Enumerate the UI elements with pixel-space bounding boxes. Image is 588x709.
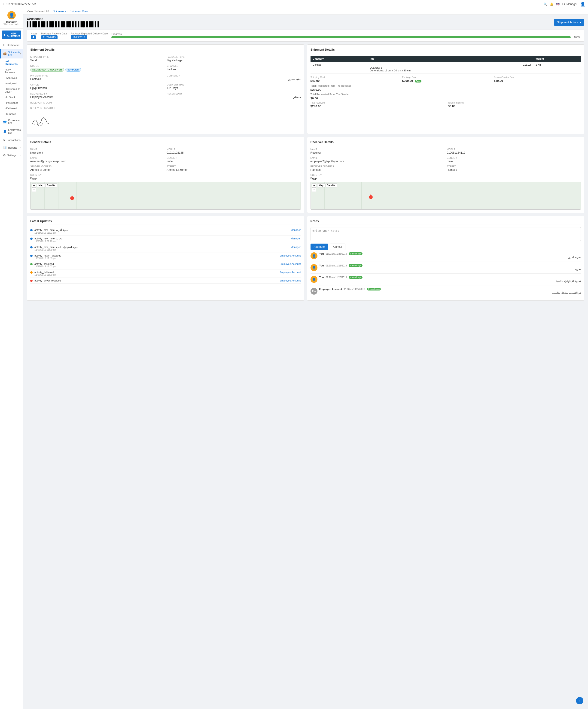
update-datetime-5: 11/27/2019 11:00 pm: [34, 273, 278, 276]
package-details-table: Category Info Weight Clothes قماشات Quan…: [311, 56, 581, 74]
sidebar-item-transactions[interactable]: $ Transactions: [0, 136, 23, 144]
status-badge-delivered: DELIVERED TO RECEIVER: [30, 68, 64, 72]
map-zoom-out[interactable]: −: [32, 188, 36, 192]
sidebar-sub-new-requests[interactable]: New Requests: [0, 67, 23, 75]
main-layout: 👤 Manager Welcome back, ＋ NEW SHIPMENT ⊞…: [0, 8, 588, 709]
update-activity-5: activity_delivered: [34, 271, 278, 273]
sidebar-shipments-label: Shipments List: [8, 51, 20, 56]
receiver-map-zoom-in[interactable]: +: [312, 183, 316, 188]
progress-percent: 100%: [574, 36, 580, 38]
update-dot-2: [30, 246, 33, 248]
notes-badge: 4: [31, 35, 36, 39]
sidebar-item-dashboard[interactable]: ⊞ Dashboard: [0, 41, 23, 49]
back-arrow[interactable]: ‹: [3, 2, 4, 6]
sender-street-value: Ahmed El-Zomor: [167, 168, 301, 172]
sidebar-sub-in-stock[interactable]: In Stock: [0, 95, 23, 100]
shipping-cost: Shipping Cost $40.00: [311, 76, 398, 82]
table-header-row: Category Info Weight: [311, 56, 581, 62]
note-time-1: 01:20am 11/28/2019: [325, 264, 347, 267]
sidebar-sub-delivered-to-driver[interactable]: Delivered To Driver: [0, 86, 23, 95]
shipment-details-panel: Shipment Details Shipment Type Send Pack…: [27, 44, 304, 134]
status-badge-supplied: SUPPLIED: [65, 68, 81, 72]
receiver-map-zoom-controls: + −: [312, 183, 316, 192]
update-item-0: activity_new_note: تجربة آخرى 11/28/2019…: [30, 227, 301, 236]
sidebar-nav: ⊞ Dashboard 📦 Shipments List ▾ All Shipm…: [0, 41, 23, 709]
settings-icon: ⚙: [3, 153, 6, 157]
payment-label: Payment Type: [30, 74, 164, 77]
receiver-mobile-label: Mobile: [447, 148, 581, 151]
map-zoom-in[interactable]: +: [32, 183, 36, 188]
note-content-2: You 01:20am 11/28/2019 1 month ago تجربة…: [319, 276, 581, 283]
map-tab-satellite[interactable]: Satellite: [45, 183, 57, 187]
breadcrumb-shipments-link[interactable]: Shipments: [53, 10, 66, 13]
note-avatar-0: 👤: [311, 252, 317, 259]
notes-panel: Notes Add note Cancel 👤 You 01:21am 11/2…: [307, 216, 585, 301]
map-tab-map[interactable]: Map: [37, 183, 45, 187]
update-text-0: activity_new_note: تجربة آخرى 11/28/2019…: [34, 229, 289, 234]
sender-name-label: Name: [30, 148, 164, 151]
shipments-icon: 📦: [3, 52, 7, 55]
notification-icon[interactable]: 🔔: [550, 3, 553, 6]
receiver-street-label: Street: [447, 165, 581, 168]
sender-name-value: New client: [30, 151, 164, 154]
note-meta-0: You 01:21am 11/28/2019 1 month ago: [319, 252, 581, 255]
search-icon[interactable]: 🔍: [544, 3, 547, 6]
sidebar-welcome: Welcome back,: [3, 23, 19, 26]
sidebar-sub-assigned[interactable]: Assigned: [0, 81, 23, 86]
shipping-cost-label: Shipping Cost: [311, 76, 398, 79]
user-avatar-icon[interactable]: 👤: [580, 2, 585, 7]
scroll-to-top-button[interactable]: ↑: [576, 697, 583, 704]
sidebar-sub-supplied[interactable]: Supplied: [0, 111, 23, 117]
topbar: ‹ 01/09/2020 04:22:50 AM 🔍 🔔 🇬🇧 Hi, Mana…: [0, 0, 588, 8]
note-author-1: You: [319, 264, 324, 267]
update-activity-4: activity_assigned: [34, 263, 278, 265]
field-sender-street: Street Ahmed El-Zomor: [167, 165, 301, 172]
sidebar-item-reports[interactable]: 📊 Reports ›: [0, 144, 23, 151]
update-item-2: activity_new_note: تجربة الإظهارات المية…: [30, 244, 301, 253]
sidebar-sub-all-shipments[interactable]: All Shipments: [0, 58, 23, 67]
sidebar-item-shipments[interactable]: 📦 Shipments List ▾: [0, 49, 23, 58]
sidebar-sub-delivered[interactable]: Delivered: [0, 106, 23, 111]
sender-panel: Sender Details Name New client Mobile 01…: [27, 137, 304, 213]
receiver-map: + − Map Satellite: [311, 182, 581, 210]
cancel-note-button[interactable]: Cancel: [330, 243, 345, 250]
receiver-map-zoom-out[interactable]: −: [312, 188, 316, 192]
field-sender-email: Email newclient@cargoproapp.com: [30, 157, 164, 163]
add-note-button[interactable]: Add note: [311, 243, 328, 250]
sender-country-value: Egypt: [30, 177, 164, 180]
sidebar-item-employees[interactable]: 👤 Employees List: [0, 126, 23, 136]
receiver-map-type-tabs: Map Satellite: [317, 183, 337, 187]
panels-row-2: Sender Details Name New client Mobile 01…: [27, 137, 584, 213]
actions-dropdown-icon: ▾: [580, 21, 581, 24]
field-receiver-email: Email employee2@spotlayer.com: [311, 157, 445, 163]
breadcrumb: View Shipment #3 › Shipments › Shipment …: [23, 8, 588, 15]
sidebar-employees-label: Employees List: [8, 129, 21, 134]
field-sender-country: Country Egypt: [30, 174, 164, 180]
note-badge-0: 1 month ago: [349, 252, 363, 255]
receiver-panel: Receiver Details Name Receiver Mobile 01…: [307, 137, 585, 213]
receiver-email-value: employee2@spotlayer.com: [311, 160, 445, 163]
note-message-2: 👤 You 01:20am 11/28/2019 1 month ago تجر…: [311, 273, 581, 285]
breadcrumb-sep1: ›: [51, 10, 52, 13]
progress-bar-label: Progress: [111, 33, 580, 35]
note-meta-2: You 01:20am 11/28/2019 1 month ago: [319, 276, 581, 279]
shipment-actions-button[interactable]: Shipment Actions ▾: [554, 19, 584, 26]
sidebar-settings-label: Settings: [7, 154, 20, 157]
sidebar-item-customers[interactable]: 👥 Customers List: [0, 117, 23, 126]
receiver-name-label: Name: [311, 148, 445, 151]
settings-chevron-icon: ›: [20, 154, 21, 156]
office-value: Egypt Branch: [30, 86, 164, 90]
receiver-mobile-value: 010051154112: [447, 151, 581, 154]
new-shipment-button[interactable]: ＋ NEW SHIPMENT: [2, 30, 21, 39]
breadcrumb-shipment-view-link[interactable]: Shipment View: [70, 10, 88, 13]
receiver-map-tab-satellite[interactable]: Satellite: [325, 183, 337, 187]
receive-date-label: Package Receive Date: [41, 32, 67, 35]
field-office: Office Egypt Branch: [30, 83, 164, 90]
status-badges: DELIVERED TO RECEIVER SUPPLIED: [30, 68, 164, 72]
receiver-map-tab-map[interactable]: Map: [317, 183, 325, 187]
sidebar-item-settings[interactable]: ⚙ Settings ›: [0, 151, 23, 159]
notes-input[interactable]: [311, 227, 581, 241]
sidebar-sub-postponed[interactable]: Postponed: [0, 100, 23, 106]
update-text-4: activity_assigned 11/27/2019 11:03 pm: [34, 263, 278, 268]
sidebar-sub-approved[interactable]: Approved: [0, 75, 23, 81]
